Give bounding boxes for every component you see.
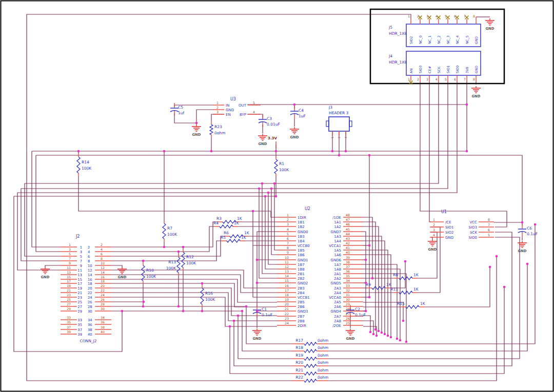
- pin-number: 2: [338, 137, 341, 139]
- junction-dot: [273, 182, 276, 185]
- pin-number: 29: [67, 307, 71, 311]
- pin-number: 44: [346, 232, 350, 236]
- pin-number-inner: 29: [77, 310, 82, 314]
- pin-number: 43: [346, 237, 350, 240]
- pin-number: 10: [101, 261, 105, 265]
- pin-number: 18: [101, 279, 105, 283]
- resistor-R21[interactable]: R210ohm: [292, 368, 328, 375]
- pin-name: GND6: [330, 258, 341, 262]
- capacitor-C6[interactable]: C60.1uF: [518, 224, 538, 237]
- component-j2[interactable]: J211223344556677889910101111121213131414…: [41, 234, 127, 343]
- resistor-R23[interactable]: R230ohm: [210, 121, 225, 138]
- pin-name: 2B1: [298, 272, 305, 276]
- gnd-label: GND: [41, 275, 50, 279]
- junction-dot: [177, 305, 180, 308]
- pin-number-inner: 30: [88, 310, 92, 314]
- wire: [424, 267, 490, 307]
- pin-name: 1A1: [334, 220, 341, 224]
- schematic-canvas[interactable]: U31IN2GND3ENOUT5BYP4U211DIR48/1OE21B1471…: [0, 0, 554, 392]
- component-u3[interactable]: U31IN2GND3ENOUT5BYP4: [213, 97, 261, 117]
- gnd-symbol: GND: [290, 127, 299, 139]
- value-label: 0ohm: [318, 368, 328, 373]
- resistor-R1[interactable]: R1100K: [274, 156, 289, 177]
- junction-dot: [496, 255, 498, 258]
- pin-name: 1A8: [334, 267, 341, 272]
- pin-name: GND: [474, 66, 479, 73]
- capacitor-C4[interactable]: C41uF: [290, 106, 306, 119]
- resistor-R22[interactable]: R220ohm: [292, 375, 328, 382]
- junction-dot: [466, 150, 468, 153]
- pin-number: 4: [436, 77, 438, 81]
- resistor-R14[interactable]: R14100K: [77, 154, 92, 176]
- junction-dot: [399, 339, 402, 342]
- resistor-R20[interactable]: R200ohm: [292, 360, 328, 367]
- resistor-body: [399, 277, 412, 280]
- pin-number: 9: [287, 251, 289, 254]
- pin-number: 5: [445, 77, 447, 81]
- junction-dot: [195, 122, 198, 125]
- resistor-body: [163, 223, 166, 239]
- ref-label: C4: [299, 108, 304, 113]
- junction-dot: [390, 336, 392, 339]
- wire: [111, 283, 277, 307]
- pin-number: 15: [67, 275, 71, 279]
- resistor-body: [274, 159, 278, 174]
- ref-label: J2: [75, 234, 80, 239]
- pin-name: 1B4: [298, 239, 305, 243]
- pin-number: 15: [285, 279, 289, 282]
- pin-number: 5: [488, 233, 490, 237]
- pin-number: 21: [285, 307, 289, 311]
- capacitor-C3[interactable]: C30.01uF: [259, 114, 280, 127]
- junction-dot: [252, 210, 254, 213]
- resistor-R7[interactable]: R7100K: [163, 220, 177, 242]
- resistor-R17[interactable]: R170ohm: [292, 338, 328, 345]
- junction-dot: [404, 260, 407, 263]
- junction-dot: [142, 260, 145, 262]
- junction-dot: [121, 310, 124, 313]
- junction-dot: [331, 150, 334, 153]
- junction-dot: [264, 195, 267, 198]
- wire: [230, 326, 292, 374]
- rail-label: 3.3V: [268, 136, 277, 140]
- resistor-R12[interactable]: R12100K: [182, 249, 196, 271]
- junction-dot: [229, 325, 231, 328]
- wire: [429, 82, 431, 222]
- pin-number: 7: [69, 257, 71, 260]
- resistor-R19[interactable]: R190ohm: [292, 353, 328, 360]
- pin-name: BYP: [240, 113, 246, 117]
- part-label: HDR_1X8: [389, 31, 407, 36]
- value-label: 1uF: [299, 114, 306, 118]
- value-label: 1K: [413, 287, 419, 292]
- resistor-body: [201, 288, 204, 304]
- ref-label: R12: [186, 255, 194, 259]
- component-u1[interactable]: U11/CE2SIO13SIO24GND8VCC7SIO36SCK5SIO0GN…: [428, 210, 494, 252]
- pin-number: 3: [433, 228, 435, 232]
- component-j5[interactable]: J5HDR_1X81SIO22NC_03NC_14NC_25NC_36NC_47…: [388, 14, 494, 47]
- pin-number: 6: [488, 228, 490, 232]
- pin-number-inner: 25: [77, 300, 82, 304]
- value-label: 1K: [386, 282, 392, 287]
- resistor-R18[interactable]: R180ohm: [292, 345, 328, 353]
- value-label: 100K: [146, 274, 156, 279]
- pin-number: 3: [426, 77, 428, 81]
- ref-label: R21: [295, 368, 303, 373]
- pin-number: 12: [101, 266, 105, 270]
- resistor-R5[interactable]: R51K: [221, 235, 247, 242]
- ref-label: R7: [167, 226, 172, 231]
- resistor-R13[interactable]: R13100K: [166, 254, 180, 276]
- junction-dot: [201, 310, 204, 313]
- component-j3[interactable]: J3HEADER 3123: [326, 105, 352, 138]
- ref-label: R5: [221, 235, 226, 240]
- resistor-R15[interactable]: R151K: [397, 301, 426, 308]
- resistor-body: [220, 225, 233, 228]
- value-label: 1K: [241, 235, 247, 240]
- pin-name: VCCB1: [298, 296, 310, 300]
- resistor-R10[interactable]: R10100K: [142, 262, 156, 284]
- junction-dot: [526, 263, 529, 265]
- resistor-R4[interactable]: R41K: [213, 221, 240, 228]
- pin-name: IN: [226, 104, 229, 108]
- value-label: 100K: [166, 266, 176, 271]
- pin-number: 23: [67, 293, 71, 297]
- pin-name: 1B6: [298, 253, 305, 257]
- pin-number: 20: [285, 302, 289, 306]
